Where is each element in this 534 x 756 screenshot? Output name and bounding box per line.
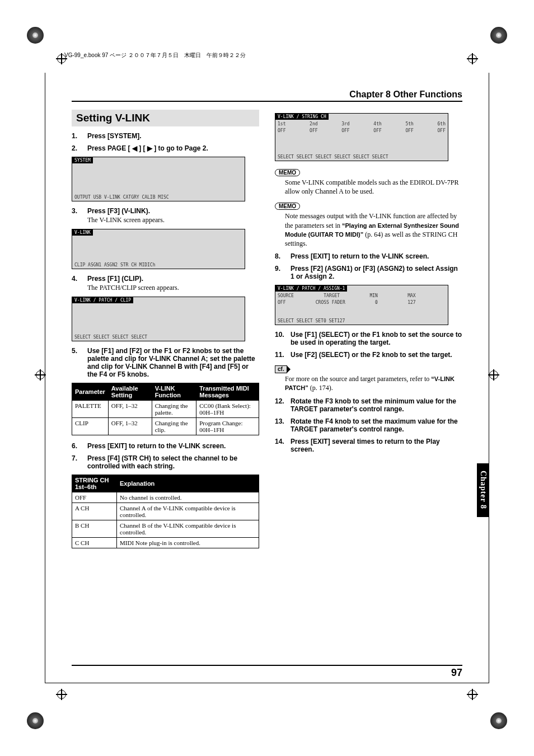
step-5: 5. Use [F1] and [F2] or the F1 or F2 kno… — [72, 347, 259, 378]
step-9: 9. Press [F2] (ASGN1) or [F3] (ASGN2) to… — [275, 265, 462, 280]
table-header: STRING CH 1st–6th — [72, 475, 117, 492]
cf-segment: (p. 174). — [308, 384, 333, 392]
cf-badge: cf. — [275, 365, 287, 373]
string-ch-table: STRING CH 1st–6th Explanation OFF No cha… — [72, 475, 259, 548]
table-cell: MIDI Note plug-in is controlled. — [117, 538, 259, 548]
lcd-screenshot-assign: V-LINK / PATCH / ASSIGN-1 SOURCETARGETMI… — [275, 285, 448, 325]
step-12: 12. Rotate the F3 knob to set the minimu… — [275, 397, 462, 413]
step-subtext: The PATCH/CLIP screen appears. — [87, 284, 259, 292]
table-header: Parameter — [72, 383, 109, 401]
step-text: Press [EXIT] to return to the V-LINK scr… — [291, 252, 429, 260]
lcd-screenshot-vlink: V-LINK CLIP ASGN1 ASGN2 STR CH MIDICh — [72, 229, 245, 269]
cf-label: cf. — [278, 366, 284, 372]
step-text: Press PAGE [ ◀ ] [ ▶ ] to go to Page 2. — [87, 144, 208, 152]
step-6: 6. Press [EXIT] to return to the V-LINK … — [72, 442, 259, 450]
print-mark-icon — [27, 27, 44, 44]
table-cell: B CH — [72, 520, 117, 538]
table-header: Available Setting — [108, 383, 152, 401]
step-number: 13. — [275, 417, 291, 433]
step-7: 7. Press [F4] (STR CH) to select the cha… — [72, 454, 259, 470]
step-8: 8. Press [EXIT] to return to the V-LINK … — [275, 252, 462, 260]
step-number: 1. — [72, 132, 87, 140]
cf-segment: For more on the source and target parame… — [285, 375, 431, 383]
cf-text: For more on the source and target parame… — [285, 374, 462, 392]
section-title: Setting V-LINK — [72, 110, 259, 126]
step-number: 5. — [72, 347, 87, 378]
memo-text: Some V-LINK compatible models such as th… — [285, 178, 462, 196]
step-14: 14. Press [EXIT] several times to return… — [275, 438, 462, 453]
table-row: OFF No channel is controlled. — [72, 492, 259, 503]
lcd-tab: V-LINK / PATCH / CLIP — [72, 297, 133, 303]
step-text: Press [F4] (STR CH) to select the channe… — [87, 454, 237, 470]
step-text: Use [F1] (SELECT) or the F1 knob to set … — [291, 331, 462, 346]
step-number: 7. — [72, 454, 87, 470]
table-header: Transmitted MIDI Messages — [196, 383, 259, 401]
step-1: 1. Press [SYSTEM]. — [72, 132, 259, 140]
table-header: Explanation — [117, 475, 259, 492]
registration-mark-icon — [56, 689, 67, 700]
table-cell: Channel A of the V-LINK compatible devic… — [117, 503, 259, 520]
step-number: 14. — [275, 438, 291, 453]
step-subtext: The V-LINK screen appears. — [87, 216, 259, 224]
step-10: 10. Use [F1] (SELECT) or the F1 knob to … — [275, 331, 462, 346]
step-number: 2. — [72, 144, 87, 152]
table-cell: No channel is controlled. — [117, 492, 259, 503]
lcd-bottom-row: OUTPUT USB V-LINK CATGRY CALIB MISC — [74, 195, 242, 200]
print-mark-icon — [490, 27, 507, 44]
step-text: Rotate the F3 knob to set the minimum va… — [291, 397, 456, 413]
chapter-side-tab: Chapter 8 — [477, 463, 489, 517]
lcd-bottom-row: SELECT SELECT SELECT SELECT SELECT SELEC… — [278, 154, 446, 159]
table-cell: Channel B of the V-LINK compatible devic… — [117, 520, 259, 538]
lcd-screenshot-patch-clip: V-LINK / PATCH / CLIP SELECT SELECT SELE… — [72, 297, 245, 341]
memo-badge: MEMO — [275, 203, 300, 210]
table-row: A CH Channel A of the V-LINK compatible … — [72, 503, 259, 520]
step-text: Use [F1] and [F2] or the F1 or F2 knobs … — [87, 347, 255, 378]
step-2: 2. Press PAGE [ ◀ ] [ ▶ ] to go to Page … — [72, 144, 259, 152]
registration-mark-icon — [467, 689, 478, 700]
step-number: 12. — [275, 397, 291, 413]
lcd-bottom-row: CLIP ASGN1 ASGN2 STR CH MIDICh — [74, 262, 242, 267]
step-number: 4. — [72, 275, 87, 292]
table-cell: OFF, 1–32 — [108, 418, 152, 435]
book-metadata-line: VG-99_e.book 97 ページ ２００７年７月５日 木曜日 午前９時２２… — [64, 51, 246, 59]
registration-mark-icon — [35, 369, 46, 381]
step-text: Press [EXIT] to return to the V-LINK scr… — [87, 442, 226, 450]
step-4: 4. Press [F1] (CLIP). The PATCH/CLIP scr… — [72, 275, 259, 292]
step-3: 3. Press [F3] (V-LINK). The V-LINK scree… — [72, 207, 259, 224]
chapter-header-text: Chapter 8 Other Functions — [349, 90, 462, 99]
step-number: 6. — [72, 442, 87, 450]
table-row: C CH MIDI Note plug-in is controlled. — [72, 538, 259, 548]
step-text: Press [F2] (ASGN1) or [F3] (ASGN2) to se… — [291, 265, 458, 280]
table-row: CLIP OFF, 1–32 Changing the clip. Progra… — [72, 418, 259, 435]
lcd-tab: V-LINK / STRING CH — [275, 114, 329, 120]
registration-mark-icon — [488, 369, 499, 381]
table-cell: CLIP — [72, 418, 109, 435]
table-row: B CH Channel B of the V-LINK compatible … — [72, 520, 259, 538]
step-text: Press [F3] (V-LINK). — [87, 207, 150, 215]
table-cell: Changing the palette. — [152, 401, 196, 418]
lcd-screenshot-string-ch: V-LINK / STRING CH 1st2nd3rd4th5th6th OF… — [275, 113, 448, 161]
step-number: 10. — [275, 331, 291, 346]
page-number: 97 — [72, 665, 462, 679]
step-text: Press [SYSTEM]. — [87, 132, 142, 140]
step-number: 8. — [275, 252, 291, 260]
print-mark-icon — [490, 712, 507, 729]
step-text: Press [EXIT] several times to return to … — [291, 438, 440, 453]
table-cell: A CH — [72, 503, 117, 520]
step-number: 3. — [72, 207, 87, 224]
step-text: Press [F1] (CLIP). — [87, 275, 143, 283]
lcd-bottom-row: SELECT SELECT SET0 SET127 — [278, 318, 446, 323]
print-mark-icon — [27, 712, 44, 729]
table-cell: OFF — [72, 492, 117, 503]
table-cell: Program Change: 00H–1FH — [196, 418, 259, 435]
table-cell: PALETTE — [72, 401, 109, 418]
step-text: Rotate the F4 knob to set the maximum va… — [291, 417, 458, 433]
memo-text: Note messages output with the V-LINK fun… — [285, 212, 462, 248]
registration-mark-icon — [467, 53, 478, 64]
lcd-screenshot-system: SYSTEM OUTPUT USB V-LINK CATGRY CALIB MI… — [72, 157, 245, 201]
table-cell: C CH — [72, 538, 117, 548]
chapter-header: Chapter 8 Other Functions — [72, 90, 462, 102]
table-header: V-LINK Function — [152, 383, 196, 401]
parameter-table: Parameter Available Setting V-LINK Funct… — [72, 383, 259, 435]
step-number: 11. — [275, 351, 291, 359]
